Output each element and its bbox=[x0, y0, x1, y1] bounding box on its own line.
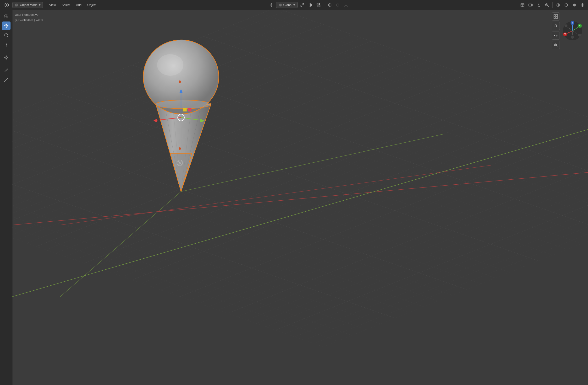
svg-point-123 bbox=[578, 34, 581, 37]
svg-point-3 bbox=[16, 4, 17, 5]
global-label: Global bbox=[283, 3, 292, 7]
scale-tool[interactable] bbox=[2, 41, 11, 49]
svg-text:Y: Y bbox=[579, 25, 581, 27]
svg-text:X: X bbox=[564, 33, 566, 36]
object-mode-label: Object Mode bbox=[20, 3, 38, 7]
svg-marker-94 bbox=[170, 153, 192, 192]
snap-icon[interactable] bbox=[334, 2, 341, 8]
ortho-grid-icon[interactable] bbox=[552, 12, 560, 20]
rendered-icon[interactable] bbox=[579, 2, 586, 8]
camera-icon[interactable] bbox=[527, 2, 534, 8]
svg-marker-46 bbox=[5, 27, 7, 28]
hand-icon[interactable] bbox=[535, 2, 542, 8]
divider-1 bbox=[45, 2, 45, 8]
scene-3d-objects bbox=[12, 10, 588, 385]
editor-type-icon[interactable] bbox=[519, 2, 526, 8]
fly-icon[interactable] bbox=[552, 22, 560, 30]
tool-sep-1 bbox=[3, 51, 10, 51]
svg-point-31 bbox=[565, 4, 568, 6]
svg-rect-99 bbox=[554, 15, 555, 16]
svg-rect-84 bbox=[183, 108, 187, 111]
cursor-tool[interactable] bbox=[2, 12, 11, 20]
zoom-icon[interactable] bbox=[543, 2, 550, 8]
svg-point-103 bbox=[555, 25, 557, 27]
svg-rect-101 bbox=[554, 17, 555, 19]
svg-point-121 bbox=[571, 36, 574, 39]
overlay-icon[interactable] bbox=[307, 2, 314, 8]
pivot-icon[interactable] bbox=[268, 2, 275, 8]
top-menu-bar: Object Mode ▾ View Select Add Object Glo… bbox=[0, 0, 588, 10]
transform-tool[interactable] bbox=[2, 53, 11, 62]
svg-point-104 bbox=[555, 24, 556, 25]
annotate-tool[interactable] bbox=[2, 66, 11, 75]
svg-point-33 bbox=[573, 4, 576, 6]
top-bar-right bbox=[519, 2, 586, 8]
svg-point-1 bbox=[6, 4, 7, 6]
zoom-viewport-icon[interactable] bbox=[552, 41, 560, 49]
shading-icon[interactable] bbox=[315, 2, 322, 8]
svg-rect-13 bbox=[317, 5, 318, 7]
svg-line-96 bbox=[60, 192, 181, 297]
svg-text:Z: Z bbox=[572, 22, 573, 24]
svg-point-76 bbox=[157, 54, 183, 76]
rotate-tool[interactable] bbox=[2, 31, 11, 40]
svg-rect-11 bbox=[317, 3, 318, 5]
svg-point-4 bbox=[271, 4, 272, 6]
move-tool[interactable] bbox=[2, 21, 11, 30]
proportional-icon[interactable] bbox=[326, 2, 333, 8]
pan-icon[interactable] bbox=[552, 32, 560, 40]
svg-marker-81 bbox=[153, 118, 157, 122]
svg-marker-49 bbox=[4, 34, 5, 36]
link-icon[interactable] bbox=[299, 2, 306, 8]
svg-marker-48 bbox=[7, 25, 9, 26]
svg-marker-47 bbox=[4, 25, 5, 26]
viewport-gizmos: Z X Y bbox=[552, 12, 583, 49]
svg-point-53 bbox=[5, 57, 7, 58]
object-mode-selector[interactable]: Object Mode ▾ bbox=[12, 2, 43, 8]
global-selector[interactable]: Global ▾ bbox=[276, 2, 298, 8]
svg-line-58 bbox=[4, 78, 8, 81]
add-menu[interactable]: Add bbox=[74, 2, 84, 8]
svg-rect-12 bbox=[319, 3, 320, 5]
blender-icon-btn[interactable] bbox=[2, 2, 11, 8]
viewport-3d[interactable]: User Perspective (1) Collection | Cone bbox=[12, 10, 588, 385]
divider-center bbox=[324, 2, 324, 8]
divider-right bbox=[552, 2, 553, 8]
svg-point-87 bbox=[179, 80, 181, 83]
falloff-icon[interactable] bbox=[342, 2, 350, 8]
svg-rect-102 bbox=[556, 17, 558, 19]
object-menu[interactable]: Object bbox=[85, 2, 99, 8]
svg-marker-45 bbox=[5, 23, 7, 25]
overlay-btn-right[interactable] bbox=[554, 2, 562, 8]
axis-navigation-gizmo[interactable]: Z X Y bbox=[562, 20, 583, 41]
gizmo-icon-list bbox=[552, 12, 560, 49]
svg-point-16 bbox=[329, 4, 330, 5]
svg-point-125 bbox=[565, 24, 567, 27]
svg-line-27 bbox=[547, 6, 548, 7]
svg-rect-52 bbox=[6, 44, 7, 45]
view-menu[interactable]: View bbox=[47, 2, 58, 8]
measure-tool[interactable] bbox=[2, 76, 11, 84]
select-menu[interactable]: Select bbox=[59, 2, 73, 8]
svg-line-97 bbox=[181, 134, 443, 192]
svg-rect-25 bbox=[529, 4, 532, 6]
svg-rect-100 bbox=[556, 15, 558, 16]
svg-point-88 bbox=[179, 147, 181, 150]
svg-point-9 bbox=[279, 4, 281, 6]
svg-line-98 bbox=[60, 165, 491, 225]
tool-sep-2 bbox=[3, 64, 10, 64]
svg-line-107 bbox=[556, 46, 557, 47]
left-toolbar bbox=[0, 10, 12, 385]
svg-rect-85 bbox=[188, 108, 191, 111]
svg-rect-14 bbox=[319, 5, 320, 7]
top-bar-center: Global ▾ bbox=[100, 2, 518, 8]
viewport-shading-solid[interactable] bbox=[571, 2, 578, 8]
shading-mode-icon[interactable] bbox=[563, 2, 570, 8]
svg-point-35 bbox=[582, 4, 583, 6]
svg-point-17 bbox=[337, 4, 339, 6]
